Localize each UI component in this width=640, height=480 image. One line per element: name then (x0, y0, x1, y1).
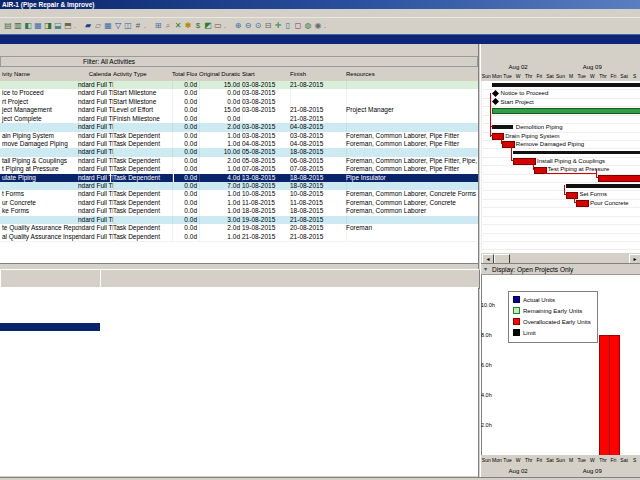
cell-start: 19-08-2015 (240, 224, 291, 232)
display-options-bar[interactable]: ▾ Display: Open Projects Only (481, 263, 640, 275)
cell-finish: 21-08-2015 (288, 115, 347, 123)
histogram-timescale-days[interactable]: SunMonTueWThrFriSatSunMTueWThrFriSatS (481, 455, 640, 466)
print-icon[interactable]: ▦ (33, 20, 43, 32)
cell-tf: 0.0d (170, 216, 200, 224)
notebook-icon[interactable]: ◻ (293, 20, 303, 32)
help-icon[interactable]: ◉ (313, 20, 323, 32)
copy-icon[interactable]: ◨ (43, 20, 53, 32)
cell-name: te Quality Assurance Report (0, 224, 79, 232)
gantt-bar-task[interactable] (492, 133, 505, 140)
gantt-bar-summary[interactable] (566, 184, 640, 188)
resource-list-header-col1[interactable] (0, 269, 102, 289)
refresh-icon[interactable]: ✱ (183, 20, 193, 32)
window-titlebar[interactable]: AIR-1 (Pipe Repair & Improve) (0, 0, 640, 9)
table-icon[interactable]: ⊞ (153, 20, 163, 32)
resource-list-header-col2[interactable] (100, 269, 480, 289)
cell-calendar: ndard Full Time (76, 115, 114, 123)
legend-swatch (513, 318, 520, 325)
schedule-icon[interactable]: $ (193, 20, 203, 32)
open-icon[interactable]: ▥ (13, 20, 23, 32)
cell-calendar: ndard Full Time (76, 182, 114, 190)
gantt-bar-summary[interactable] (513, 151, 640, 155)
new-project-icon[interactable]: ▤ (3, 20, 13, 32)
relationship-line (511, 160, 513, 161)
cell-tf: 0.0d (170, 174, 200, 182)
save-icon[interactable]: ◧ (23, 20, 33, 32)
activity-row[interactable]: ulate Pipingndard Full TimeTask Dependen… (0, 174, 478, 182)
gantt-horizontal-scrollbar[interactable]: ◂▸ (481, 252, 640, 263)
cell-name: ulate Piping (0, 174, 79, 182)
gantt-bar-task[interactable] (598, 175, 640, 182)
cell-start: 13-08-2015 (240, 174, 291, 182)
cell-od: 15.0d (197, 81, 243, 89)
cell-finish: 03-08-2015 (288, 132, 347, 140)
cell-calendar: ndard Full Time (76, 233, 114, 241)
cell-res: Foreman, Common Laborer, Pipe Fitter (344, 132, 478, 140)
legend-label: Remaining Early Units (523, 308, 582, 314)
gantt-bar-task[interactable] (502, 141, 515, 148)
column-header-start[interactable]: Start (240, 67, 293, 81)
resource-selected-row[interactable] (0, 323, 100, 331)
wbs-band-row[interactable]: ndard Full Time0.0d2.0d03-08-201504-08-2… (0, 123, 478, 131)
cell-name: t Piping at Pressure (0, 165, 79, 173)
y-axis-tick-label: 4.0h (481, 392, 495, 398)
cell-calendar: ndard Full Time (76, 190, 114, 198)
cell-res (344, 216, 478, 224)
cell-tf: 0.0d (170, 81, 200, 89)
activity-row[interactable]: al Quality Assurance Inspectionndard Ful… (0, 233, 478, 242)
close-out-icon[interactable]: ✕ (173, 20, 183, 32)
cut-icon[interactable]: ⬓ (53, 20, 63, 32)
expand-icon[interactable]: ✛ (273, 20, 283, 32)
toolbar-separator: . (74, 20, 76, 32)
histogram-bar[interactable] (609, 335, 620, 455)
gantt-bar-summary[interactable] (492, 125, 513, 129)
layout-icon[interactable]: ▱ (93, 20, 103, 32)
column-header-name[interactable]: ivity Name (0, 67, 81, 81)
column-header-res[interactable]: Resources (344, 67, 483, 81)
wbs-band-row[interactable]: ndard Full Time0.0d3.0d19-08-201521-08-2… (0, 216, 478, 224)
line-numbers-icon[interactable]: # (133, 20, 143, 32)
gantt-row-stripe (481, 241, 640, 250)
gantt-bar-loe[interactable] (492, 108, 640, 115)
gantt-bar-task[interactable] (566, 192, 579, 199)
panes-icon[interactable]: ▯ (283, 20, 293, 32)
split-pane-icon[interactable]: ⊟ (263, 20, 273, 32)
legend-label: Limit (523, 330, 536, 336)
wbs-band-row[interactable]: ndard Full Time0.0d7.0d10-08-201518-08-2… (0, 182, 478, 190)
zoom-out-icon[interactable]: ⊖ (243, 20, 253, 32)
wbs-band-row[interactable]: ndard Full Time0.0d10.0d05-08-201518-08-… (0, 148, 478, 156)
zoom-fit-icon[interactable]: ⊙ (253, 20, 263, 32)
y-axis-tick-label: 10.0h (481, 302, 495, 308)
column-header-atype[interactable]: Activity Type (111, 67, 175, 81)
cell-name: ject Complete (0, 115, 79, 123)
global-icon[interactable]: ◍ (303, 20, 313, 32)
column-header-finish[interactable]: Finish (288, 67, 349, 81)
cell-tf: 0.0d (170, 190, 200, 198)
project-summary-row[interactable]: ndard Full Time0.0d15.0d03-08-201521-08-… (0, 81, 478, 89)
histogram-timescale-weeks[interactable]: Aug 02Aug 09 (481, 466, 640, 477)
column-header-od[interactable]: Original Duration (197, 67, 245, 81)
histogram-bar[interactable] (599, 335, 610, 455)
columns-icon[interactable]: ▦ (103, 20, 113, 32)
gantt-bar-summary[interactable] (492, 83, 640, 87)
cell-atype: Start Milestone (111, 89, 173, 97)
column-header-calendar[interactable]: Calendar (76, 67, 116, 81)
gantt-bar-task[interactable] (576, 200, 589, 207)
filter-bar[interactable]: Filter: All Activities (0, 56, 478, 67)
report-icon[interactable]: ▭ (213, 20, 223, 32)
gantt-timescale-weeks[interactable]: Aug 02Aug 09 (481, 63, 640, 71)
zoom-in-icon[interactable]: ⊕ (233, 20, 243, 32)
paste-icon[interactable]: ⬒ (63, 20, 73, 32)
legend-item: Remaining Early Units (513, 306, 582, 316)
relationship-line (511, 144, 512, 161)
resources-icon[interactable]: ◩ (203, 20, 213, 32)
gantt-timescale-days[interactable]: SunMonTueWThrFriSatSunMTueWThrFriSatS (481, 71, 640, 81)
find-icon[interactable]: ⌕ (163, 20, 173, 32)
toolbar-separator: . (144, 20, 146, 32)
cell-finish: 04-08-2015 (288, 123, 347, 131)
filter-icon[interactable]: ▽ (113, 20, 123, 32)
resource-usage-histogram: 10.0h8.0h6.0h4.0h2.0hActual UnitsRemaini… (481, 275, 640, 455)
bars-icon[interactable]: ▰ (83, 20, 93, 32)
group-sort-icon[interactable]: ◫ (123, 20, 133, 32)
cell-finish: 18-08-2015 (288, 182, 347, 190)
